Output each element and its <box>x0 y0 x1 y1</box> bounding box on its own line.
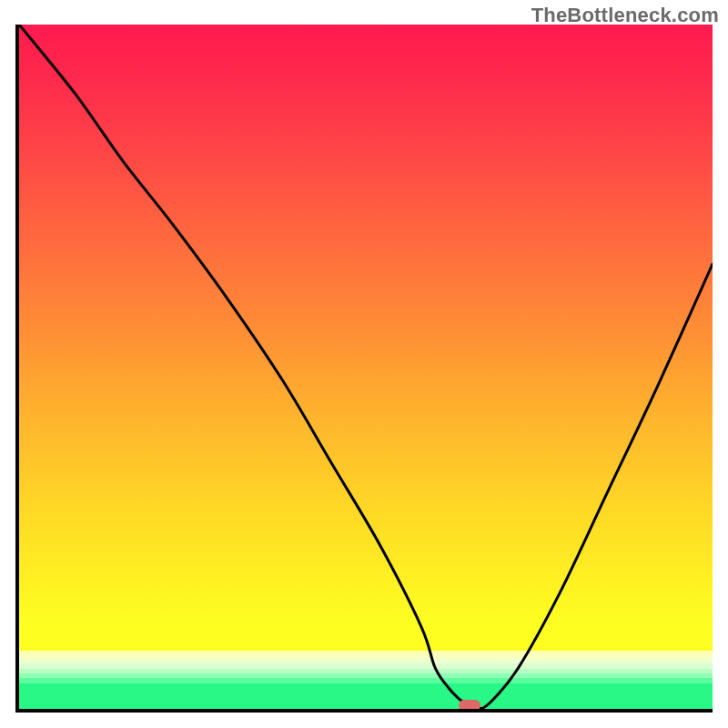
plot-frame <box>15 25 713 713</box>
watermark-text: TheBottleneck.com <box>531 4 719 27</box>
optimal-marker <box>459 700 480 711</box>
chart-container: TheBottleneck.com <box>0 0 728 728</box>
bottleneck-curve <box>19 25 713 709</box>
